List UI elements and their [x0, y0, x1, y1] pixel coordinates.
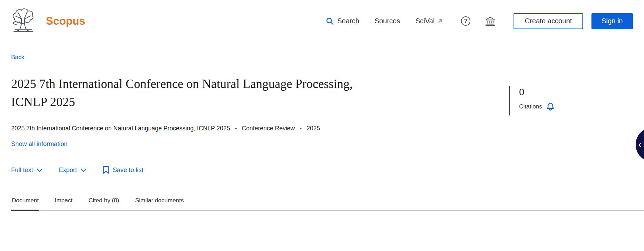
- citations-label: Citations: [519, 103, 542, 110]
- meta-separator: •: [235, 126, 237, 132]
- action-toolbar: Full text Export Save to list: [11, 166, 633, 174]
- nav-sources-label: Sources: [375, 17, 400, 25]
- tab-similar-documents[interactable]: Similar documents: [134, 196, 184, 211]
- create-account-button[interactable]: Create account: [514, 13, 583, 29]
- citation-alert-bell-icon[interactable]: [546, 102, 555, 111]
- scopus-logo[interactable]: Scopus: [10, 7, 85, 35]
- scopus-wordmark: Scopus: [46, 15, 85, 27]
- help-button[interactable]: ?: [461, 16, 470, 26]
- meta-separator: •: [300, 126, 302, 132]
- nav-search-label: Search: [337, 17, 359, 25]
- chevron-down-icon: [80, 168, 87, 172]
- help-icon: ?: [461, 16, 470, 26]
- search-icon: [326, 17, 334, 25]
- document-meta: 2025 7th International Conference on Nat…: [11, 125, 633, 132]
- source-title-link[interactable]: 2025 7th International Conference on Nat…: [11, 125, 230, 132]
- nav-sources[interactable]: Sources: [375, 17, 400, 25]
- institution-button[interactable]: [485, 16, 495, 26]
- sign-in-button[interactable]: Sign in: [591, 13, 633, 29]
- full-text-dropdown[interactable]: Full text: [11, 167, 43, 174]
- top-header: Scopus Search Sources SciVal ?: [0, 0, 644, 41]
- export-label: Export: [59, 167, 77, 174]
- main-nav: Search Sources SciVal: [326, 17, 443, 25]
- document-tabs: Document Impact Cited by (0) Similar doc…: [11, 196, 644, 211]
- show-all-information-link[interactable]: Show all information: [11, 140, 67, 148]
- document-year: 2025: [307, 125, 320, 132]
- bookmark-icon: [103, 166, 109, 174]
- back-link[interactable]: Back: [11, 54, 24, 61]
- external-link-icon: [438, 18, 443, 24]
- nav-scival[interactable]: SciVal: [415, 17, 443, 25]
- chevron-down-icon: [37, 168, 43, 172]
- citations-count: 0: [519, 87, 555, 97]
- tab-cited-by[interactable]: Cited by (0): [88, 196, 120, 211]
- chevron-left-icon: ‹: [638, 139, 642, 149]
- elsevier-tree-icon: [10, 7, 35, 35]
- full-text-label: Full text: [11, 167, 33, 174]
- header-utility-icons: ?: [461, 16, 495, 26]
- document-type: Conference Review: [242, 125, 295, 132]
- save-to-list-label: Save to list: [113, 167, 143, 174]
- nav-search[interactable]: Search: [326, 17, 359, 25]
- institution-icon: [485, 16, 495, 26]
- export-dropdown[interactable]: Export: [59, 167, 87, 174]
- nav-scival-label: SciVal: [415, 17, 435, 25]
- tab-document[interactable]: Document: [11, 196, 39, 211]
- citations-panel: 0 Citations: [509, 86, 555, 115]
- page-title: 2025 7th International Conference on Nat…: [11, 75, 359, 111]
- save-to-list-button[interactable]: Save to list: [103, 166, 143, 174]
- tab-impact[interactable]: Impact: [54, 196, 73, 211]
